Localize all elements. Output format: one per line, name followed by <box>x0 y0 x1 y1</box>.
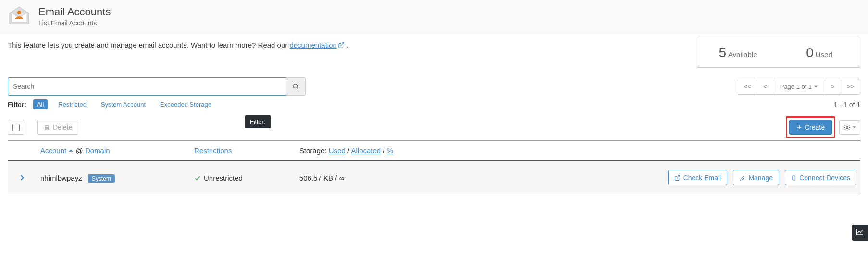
restriction-cell: Unrestricted <box>190 161 296 194</box>
svg-line-2 <box>297 87 298 89</box>
device-icon <box>791 175 796 181</box>
trash-icon <box>44 124 50 131</box>
used-count: 0 <box>806 45 814 60</box>
check-icon <box>194 175 201 182</box>
pager-last[interactable]: >> <box>841 79 860 94</box>
col-account[interactable]: Account @ Domain <box>37 141 190 161</box>
sort-allocated[interactable]: Allocated <box>351 146 381 155</box>
available-label: Available <box>728 50 757 59</box>
create-highlight: Create <box>786 116 835 138</box>
sort-asc-icon <box>68 148 74 153</box>
caret-down-icon <box>814 85 818 89</box>
manage-button[interactable]: Manage <box>733 170 779 185</box>
external-link-icon <box>674 175 681 181</box>
svg-point-1 <box>293 84 298 88</box>
pager-page-select[interactable]: Page 1 of 1 <box>773 79 826 94</box>
account-name: nhimlbwpayz <box>40 174 82 182</box>
system-badge: System <box>88 174 115 183</box>
search-icon <box>292 83 299 90</box>
documentation-link[interactable]: documentation <box>289 41 344 49</box>
intro-text: This feature lets you create and manage … <box>8 41 348 50</box>
result-count: 1 - 1 of 1 <box>834 101 860 109</box>
stats-box: 5 Available 0 Used <box>697 38 860 68</box>
col-restrictions[interactable]: Restrictions <box>190 141 296 161</box>
filter-restricted[interactable]: Restricted <box>54 99 90 109</box>
delete-button[interactable]: Delete <box>37 120 78 135</box>
pager-prev[interactable]: < <box>757 79 773 94</box>
pager: << < Page 1 of 1 > >> <box>738 79 860 95</box>
expand-row[interactable] <box>19 174 25 182</box>
filter-all[interactable]: All <box>33 99 48 109</box>
page-header: Email Accounts List Email Accounts <box>0 0 868 33</box>
search-input[interactable] <box>8 77 286 96</box>
filter-tooltip: Filter: <box>245 115 271 128</box>
storage-cell: 506.57 KB / ∞ <box>296 161 485 194</box>
check-email-button[interactable]: Check Email <box>668 170 728 185</box>
select-all-wrap[interactable] <box>8 120 24 135</box>
external-link-icon <box>338 42 345 50</box>
connect-devices-button[interactable]: Connect Devices <box>785 170 856 185</box>
available-count: 5 <box>719 45 726 60</box>
filter-exceeded[interactable]: Exceeded Storage <box>156 99 215 109</box>
page-subtitle: List Email Accounts <box>38 19 111 27</box>
svg-point-0 <box>17 11 21 14</box>
select-all-checkbox[interactable] <box>12 124 20 131</box>
gear-icon <box>843 124 851 131</box>
email-accounts-icon <box>8 5 31 28</box>
search-button[interactable] <box>286 77 306 96</box>
filter-system[interactable]: System Account <box>97 99 149 109</box>
col-storage: Storage: Used / Allocated / % <box>296 141 485 161</box>
sort-pct[interactable]: % <box>387 146 393 155</box>
chevron-right-icon <box>19 175 25 181</box>
svg-point-7 <box>846 126 848 128</box>
pager-first[interactable]: << <box>738 79 757 94</box>
create-button[interactable]: Create <box>789 120 832 135</box>
wrench-icon <box>739 175 745 181</box>
used-label: Used <box>816 50 832 59</box>
accounts-table: Account @ Domain Restrictions Storage: U… <box>8 140 860 194</box>
plus-icon <box>796 124 802 130</box>
table-row: nhimlbwpayz System Unrestricted 506.57 K… <box>8 161 860 194</box>
sort-used[interactable]: Used <box>329 146 346 155</box>
caret-down-icon <box>852 125 856 129</box>
filter-label: Filter: <box>8 101 26 109</box>
page-title: Email Accounts <box>38 6 111 18</box>
settings-button[interactable] <box>839 120 860 135</box>
pager-next[interactable]: > <box>825 79 841 94</box>
